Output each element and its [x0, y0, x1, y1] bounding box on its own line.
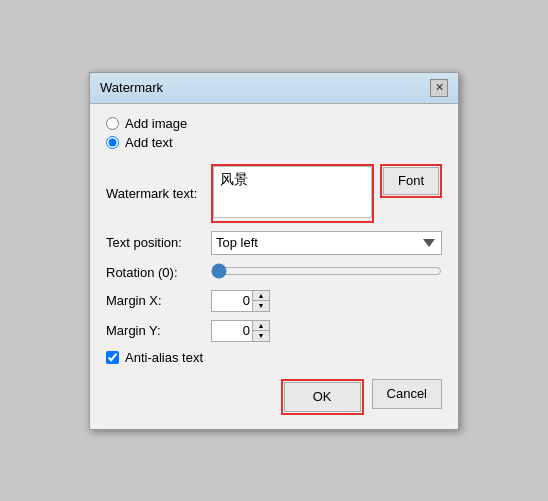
watermark-text-input[interactable]: 风景: [213, 166, 372, 218]
margin-y-spinner: ▲ ▼: [211, 320, 270, 342]
rotation-label: Rotation (0):: [106, 265, 211, 280]
close-button[interactable]: ✕: [430, 79, 448, 97]
watermark-text-area: 风景 Font: [211, 164, 442, 223]
watermark-text-row: Watermark text: 风景 Font: [106, 164, 442, 223]
anti-alias-checkbox[interactable]: [106, 351, 119, 364]
add-text-radio-row: Add text: [106, 135, 442, 150]
add-text-label[interactable]: Add text: [125, 135, 173, 150]
watermark-dialog: Watermark ✕ Add image Add text Watermark…: [89, 72, 459, 430]
dialog-title: Watermark: [100, 80, 163, 95]
bottom-buttons: OK Cancel: [106, 379, 442, 415]
margin-x-down[interactable]: ▼: [253, 301, 269, 311]
add-text-radio[interactable]: [106, 136, 119, 149]
ok-button[interactable]: OK: [284, 382, 361, 412]
add-image-radio-row: Add image: [106, 116, 442, 131]
dialog-body: Add image Add text Watermark text: 风景 Fo…: [90, 104, 458, 429]
margin-y-input[interactable]: [212, 321, 252, 341]
margin-x-row: Margin X: ▲ ▼: [106, 290, 442, 312]
margin-x-up[interactable]: ▲: [253, 291, 269, 302]
watermark-input-wrapper: 风景: [211, 164, 374, 223]
rotation-slider[interactable]: [211, 263, 442, 279]
rotation-row: Rotation (0):: [106, 263, 442, 282]
font-button-wrapper: Font: [380, 164, 442, 198]
font-button[interactable]: Font: [383, 167, 439, 195]
add-image-label[interactable]: Add image: [125, 116, 187, 131]
margin-y-row: Margin Y: ▲ ▼: [106, 320, 442, 342]
margin-y-down[interactable]: ▼: [253, 331, 269, 341]
add-image-radio[interactable]: [106, 117, 119, 130]
radio-group: Add image Add text: [106, 116, 442, 150]
rotation-slider-container: [211, 263, 442, 282]
margin-x-spinner: ▲ ▼: [211, 290, 270, 312]
margin-x-arrows: ▲ ▼: [252, 291, 269, 311]
margin-y-label: Margin Y:: [106, 323, 211, 338]
ok-button-wrapper: OK: [281, 379, 364, 415]
anti-alias-label[interactable]: Anti-alias text: [125, 350, 203, 365]
cancel-button[interactable]: Cancel: [372, 379, 442, 409]
text-position-label: Text position:: [106, 235, 211, 250]
anti-alias-row: Anti-alias text: [106, 350, 442, 365]
watermark-text-label: Watermark text:: [106, 186, 211, 201]
text-position-row: Text position: Top left Top center Top r…: [106, 231, 442, 255]
title-bar: Watermark ✕: [90, 73, 458, 104]
margin-x-label: Margin X:: [106, 293, 211, 308]
margin-x-input[interactable]: [212, 291, 252, 311]
text-position-select[interactable]: Top left Top center Top right Middle lef…: [211, 231, 442, 255]
margin-y-arrows: ▲ ▼: [252, 321, 269, 341]
margin-y-up[interactable]: ▲: [253, 321, 269, 332]
